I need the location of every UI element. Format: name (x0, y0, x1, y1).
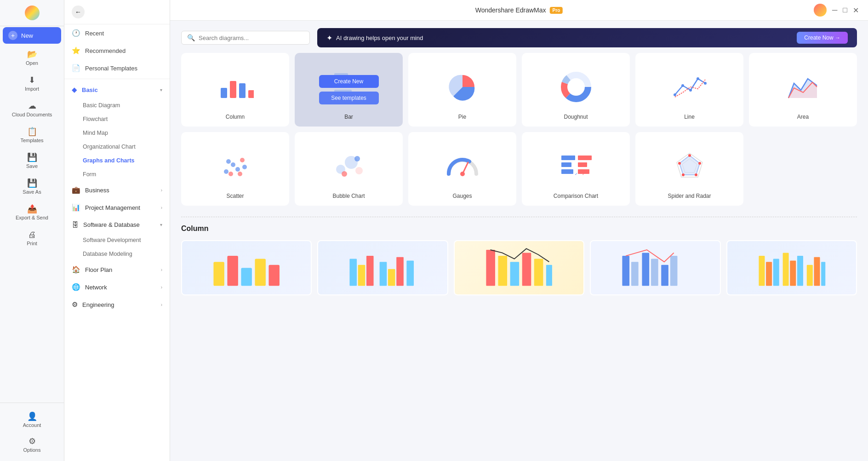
chart-card-column[interactable]: Column (181, 53, 289, 127)
nav-sub-flowchart[interactable]: Flowchart (79, 112, 170, 126)
sidebar-item-saveas[interactable]: 💾 Save As (3, 174, 61, 198)
chart-card-bubble[interactable]: Bubble Chart (295, 132, 403, 206)
svg-point-16 (704, 82, 707, 85)
ai-create-button[interactable]: Create Now → (797, 32, 848, 44)
svg-rect-60 (407, 260, 414, 286)
nav-recent-label: Recent (85, 30, 104, 37)
floorplan-cat-icon: 🏠 (72, 265, 80, 274)
chart-type-grid: Column Create New See templates Bar (170, 53, 868, 217)
business-chevron: › (161, 188, 162, 193)
sidebar-item-open[interactable]: 📂 Open (3, 46, 61, 69)
templates-icon: 📋 (27, 127, 37, 136)
search-ai-bar: 🔍 ✦ AI drawing helps open your mind Crea… (170, 21, 868, 53)
minimize-icon[interactable]: ─ (832, 6, 837, 14)
nav-recommended-label: Recommended (85, 47, 126, 54)
spider-chart-svg (671, 146, 708, 183)
chart-card-area[interactable]: Area (749, 53, 857, 127)
template-5-svg (734, 244, 850, 292)
svg-rect-2 (239, 83, 246, 98)
svg-rect-68 (631, 262, 639, 286)
sidebar-item-account[interactable]: 👤 Account (3, 408, 61, 432)
engineering-chevron: › (161, 302, 162, 307)
avatar[interactable] (814, 4, 827, 17)
pro-badge: Pro (550, 7, 563, 14)
svg-point-25 (238, 172, 242, 176)
svg-point-15 (697, 77, 699, 80)
nav-item-recommended[interactable]: ⭐ Recommended (64, 42, 170, 59)
svg-point-29 (355, 167, 363, 174)
bubble-label: Bubble Chart (332, 193, 365, 199)
sidebar-item-save[interactable]: 💾 Save (3, 149, 61, 173)
svg-rect-59 (397, 257, 404, 286)
svg-rect-71 (661, 265, 668, 286)
back-button[interactable]: ← (72, 6, 85, 18)
sidebar-item-cloud[interactable]: ☁ Cloud Documents (3, 97, 61, 121)
svg-rect-65 (534, 259, 543, 286)
svg-rect-51 (241, 268, 251, 286)
area-label: Area (797, 114, 809, 120)
create-new-button[interactable]: Create New (319, 75, 379, 88)
nav-category-floorplan[interactable]: 🏠 Floor Plan › (64, 261, 170, 278)
sidebar-open-label: Open (26, 60, 38, 66)
nav-category-software[interactable]: 🗄 Software & Database ▾ (64, 216, 170, 233)
nav-category-engineering[interactable]: ⚙ Engineering › (64, 296, 170, 313)
close-icon[interactable]: ✕ (853, 6, 859, 15)
chart-card-scatter[interactable]: Scatter (181, 132, 289, 206)
maximize-icon[interactable]: □ (843, 6, 847, 14)
sidebar-item-import[interactable]: ⬇ Import (3, 71, 61, 95)
svg-point-14 (689, 89, 692, 92)
template-card-1[interactable] (181, 240, 312, 295)
nav-category-business[interactable]: 💼 Business › (64, 181, 170, 199)
svg-rect-74 (766, 262, 772, 286)
chart-card-pie[interactable]: Pie (408, 53, 516, 127)
see-templates-button[interactable]: See templates (319, 92, 379, 104)
sidebar-item-new[interactable]: + New (3, 27, 61, 44)
svg-rect-58 (388, 269, 395, 286)
nav-sub-orgchart[interactable]: Organizational Chart (79, 140, 170, 154)
sidebar-item-print[interactable]: 🖨 Print (3, 226, 61, 250)
chart-card-doughnut[interactable]: Doughnut (522, 53, 630, 127)
svg-rect-54 (350, 259, 357, 286)
basic-chevron: ▾ (160, 87, 162, 92)
chart-card-bar[interactable]: Create New See templates Bar (295, 53, 403, 127)
search-input[interactable] (199, 35, 304, 41)
chart-card-gauges[interactable]: Gauges (408, 132, 516, 206)
nav-item-recent[interactable]: 🕐 Recent (64, 24, 170, 42)
template-card-3[interactable] (454, 240, 584, 295)
chart-card-line[interactable]: Line (635, 53, 743, 127)
nav-category-network[interactable]: 🌐 Network › (64, 278, 170, 296)
ai-bar: ✦ AI drawing helps open your mind Create… (317, 28, 857, 47)
template-card-5[interactable] (726, 240, 857, 295)
svg-rect-76 (782, 253, 788, 286)
chart-card-comparison[interactable]: ✓ ✓ Comparison Chart (522, 132, 630, 206)
nav-item-personal[interactable]: 📄 Personal Templates (64, 59, 170, 77)
nav-sub-graphs[interactable]: Graphs and Charts (79, 154, 170, 167)
sidebar-item-templates[interactable]: 📋 Templates (3, 123, 61, 147)
nav-sub-form[interactable]: Form (79, 167, 170, 181)
svg-point-46 (695, 173, 697, 176)
sidebar-saveas-label: Save As (23, 189, 41, 195)
print-icon: 🖨 (28, 230, 36, 239)
template-card-2[interactable] (317, 240, 448, 295)
nav-sub-basic-diagram[interactable]: Basic Diagram (79, 98, 170, 112)
column-label: Column (226, 114, 245, 120)
nav-category-basic[interactable]: ◆ Basic ▾ (64, 81, 170, 98)
nav-sub-dbmodeling[interactable]: Database Modeling (79, 247, 170, 261)
topbar: Wondershare EdrawMax Pro ─ □ ✕ (170, 0, 868, 21)
svg-rect-1 (230, 81, 236, 98)
svg-rect-50 (227, 256, 238, 286)
app-title-bar: Wondershare EdrawMax Pro (475, 6, 563, 14)
nav-floorplan-label: Floor Plan (85, 266, 112, 273)
nav-software-label: Software & Database (83, 221, 140, 228)
templates-section-title: Column (181, 225, 857, 233)
sidebar-item-export[interactable]: 📤 Export & Send (3, 200, 61, 224)
search-box: 🔍 (181, 31, 310, 45)
chart-card-spider[interactable]: Spider and Radar (635, 132, 743, 206)
sidebar-item-options[interactable]: ⚙ Options (3, 432, 61, 456)
nav-sub-mindmap[interactable]: Mind Map (79, 126, 170, 140)
template-card-4[interactable] (590, 240, 720, 295)
nav-sub-softwaredev[interactable]: Software Development (79, 233, 170, 247)
network-cat-icon: 🌐 (72, 283, 80, 291)
nav-category-pm[interactable]: 📊 Project Management › (64, 199, 170, 216)
svg-point-12 (674, 93, 676, 96)
